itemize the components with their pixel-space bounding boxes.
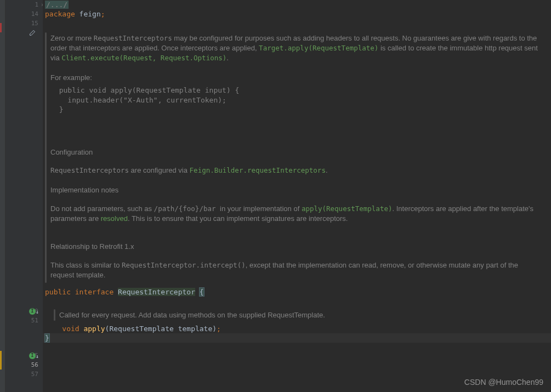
line-number: 57 — [27, 371, 38, 378]
doc-heading: Configuration — [50, 147, 543, 157]
keyword-package: package — [45, 10, 75, 18]
doc-border — [45, 32, 47, 283]
brace: { — [199, 287, 205, 297]
code-line[interactable] — [43, 297, 551, 306]
code-line[interactable]: } — [43, 333, 551, 343]
gutter-line[interactable] — [5, 28, 43, 37]
code-line[interactable]: public interface RequestInterceptor { — [43, 287, 551, 297]
code-line[interactable] — [43, 19, 551, 28]
doc-heading: Implementation notes — [50, 185, 543, 195]
code-line[interactable] — [43, 343, 551, 352]
line-number: 51 — [27, 317, 38, 324]
code-area[interactable]: /.../ package feign; Zero or more Reques… — [43, 0, 551, 392]
doc-paragraph: RequestInterceptors are configured via F… — [50, 166, 543, 175]
doc-code: RequestInterceptors — [50, 166, 129, 174]
implementers-icon[interactable]: I — [29, 352, 36, 360]
gutter-line[interactable]: I 55 — [5, 351, 43, 360]
gutter-line[interactable]: 57 — [5, 370, 43, 379]
type-name: RequestInterceptor — [118, 288, 195, 296]
folded-comment[interactable]: /.../ — [45, 1, 69, 9]
gutter-line[interactable]: 15 — [5, 19, 43, 28]
doc-paragraph: Do not add parameters, such as /path/{fo… — [50, 204, 543, 223]
doc-heading: Relationship to Retrofit 1.x — [50, 242, 543, 252]
doc-link[interactable]: Target.apply(RequestTemplate) — [259, 44, 378, 52]
doc-code-block: public void apply(RequestTemplate input)… — [50, 86, 543, 115]
line-number: 15 — [27, 20, 38, 27]
line-number: 56 — [27, 361, 38, 368]
doc-link[interactable]: RequestTemplate — [268, 311, 323, 319]
code-line[interactable]: /.../ — [43, 0, 551, 9]
gutter-line[interactable]: 14 — [5, 9, 43, 19]
code-line[interactable]: package feign; — [43, 9, 551, 19]
doc-paragraph: Zero or more RequestInterceptors may be … — [50, 33, 543, 63]
doc-code: RequestInterceptor.intercept() — [122, 261, 246, 269]
warning-marker — [0, 351, 2, 360]
line-number: 14 — [27, 10, 38, 18]
doc-code: /path/{foo}/bar — [154, 204, 220, 213]
doc-code: RequestInterceptors — [94, 34, 172, 42]
gutter-spacer — [5, 37, 43, 306]
method-name: apply — [83, 325, 105, 333]
keyword-public: public — [45, 288, 71, 296]
keyword-void: void — [62, 325, 79, 333]
code-editor[interactable]: 1 › 14 15 I 50 51 I 55 56 57 /.../ packa — [0, 0, 551, 392]
pencil-icon[interactable] — [29, 29, 36, 37]
line-number: 1 — [27, 1, 38, 8]
implementers-icon[interactable]: I — [29, 308, 36, 315]
javadoc-rendered[interactable]: Zero or more RequestInterceptors may be … — [43, 28, 551, 287]
gutter-line[interactable]: 1 › — [5, 0, 43, 9]
method-sig: (RequestTemplate template) — [105, 325, 217, 333]
doc-link[interactable]: Feign.Builder.requestInterceptors — [190, 166, 326, 174]
gutter-line[interactable]: 56 — [5, 360, 43, 370]
doc-border — [54, 309, 55, 321]
semicolon: ; — [101, 10, 105, 18]
code-line[interactable]: void apply(RequestTemplate template); — [43, 324, 551, 333]
gutter[interactable]: 1 › 14 15 I 50 51 I 55 56 57 — [5, 0, 43, 392]
doc-link[interactable]: apply(RequestTemplate) — [302, 204, 393, 213]
doc-link[interactable]: resolved — [101, 214, 128, 223]
javadoc-rendered-inner[interactable]: Called for every request. Add data using… — [52, 306, 551, 324]
warning-marker — [0, 360, 2, 370]
semicolon: ; — [217, 325, 221, 333]
error-marker — [0, 23, 2, 32]
gutter-line[interactable]: I 50 — [5, 306, 43, 316]
left-strip — [0, 0, 5, 392]
doc-link[interactable]: Client.execute(Request, Request.Options) — [61, 54, 226, 62]
gutter-spacer — [5, 325, 43, 351]
doc-paragraph: This class is similar to RequestIntercep… — [50, 260, 543, 280]
package-name: feign — [75, 10, 101, 18]
doc-example-label: For example: — [50, 73, 543, 83]
brace: } — [44, 333, 50, 343]
gutter-line[interactable]: 51 — [5, 316, 43, 325]
doc-paragraph: Called for every request. Add data using… — [59, 310, 543, 320]
keyword-interface: interface — [75, 288, 113, 296]
watermark: CSDN @HumoChen99 — [464, 378, 543, 387]
